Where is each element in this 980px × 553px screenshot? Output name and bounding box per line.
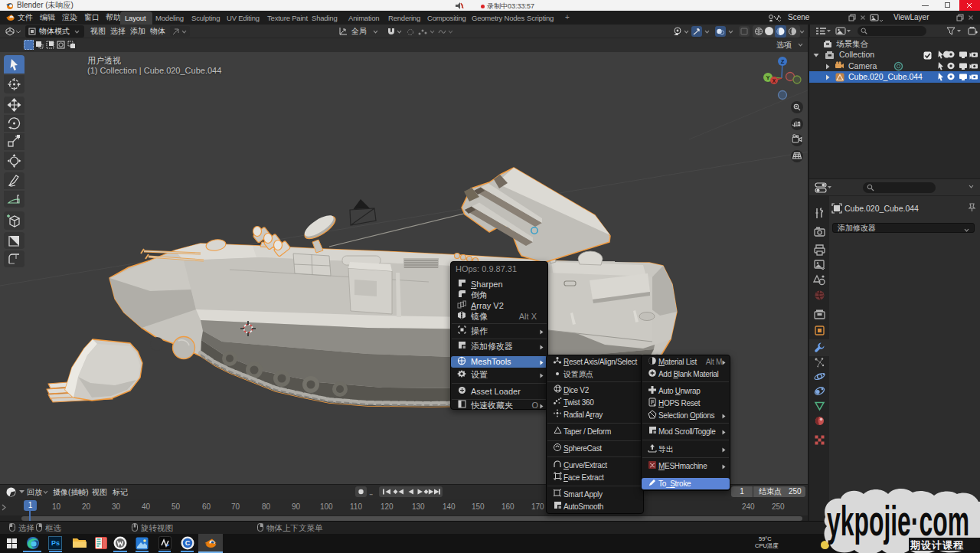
- svg-text:C: C: [185, 539, 191, 547]
- svg-text:Z: Z: [781, 58, 785, 65]
- svg-text:X: X: [773, 78, 776, 83]
- svg-text:Y: Y: [766, 74, 769, 81]
